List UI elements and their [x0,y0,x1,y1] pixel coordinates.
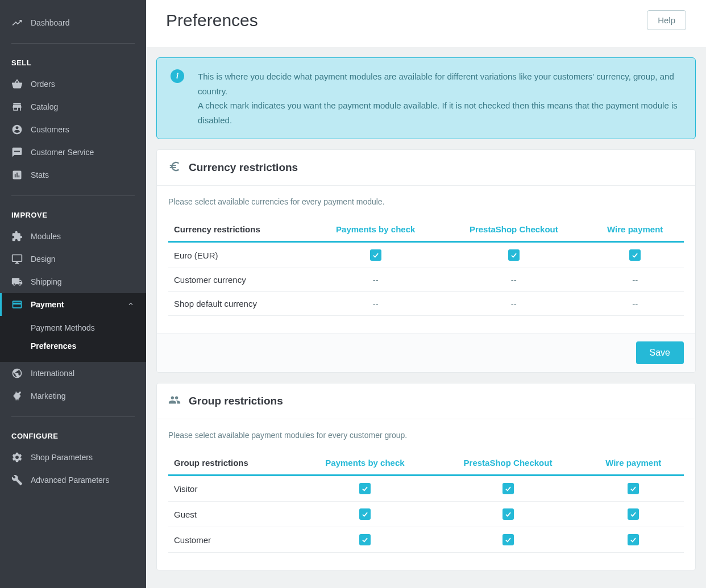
dash-indicator: -- [632,299,638,308]
sidebar-item-customers[interactable]: Customers [0,118,146,141]
help-button[interactable]: Help [647,10,686,30]
sidebar-item-shipping[interactable]: Shipping [0,270,146,293]
sidebar-item-shop-parameters[interactable]: Shop Parameters [0,446,146,469]
row-label: Euro (EUR) [168,242,310,268]
table-row: Customer [168,527,684,553]
table-row: Euro (EUR) [168,242,684,268]
row-cell [586,242,684,268]
sidebar-item-label: Customers [31,125,69,134]
sidebar-item-dashboard[interactable]: Dashboard [0,11,146,34]
group-restrictions-panel: Group restrictions Please select availab… [156,383,696,570]
table-header-col: Wire payment [586,218,684,242]
checkbox-checked[interactable] [370,249,381,261]
row-cell [310,242,441,268]
checkbox-checked[interactable] [629,249,641,261]
sidebar-item-label: Modules [31,232,61,241]
checkbox-checked[interactable] [359,483,371,494]
row-cell: -- [441,292,586,316]
group-restrictions-table: Group restrictions Payments by check Pre… [168,451,684,553]
sidebar-item-label: Payment [31,300,64,309]
info-icon: i [171,69,184,83]
sidebar-item-stats[interactable]: Stats [0,164,146,186]
row-cell [441,242,586,268]
row-label: Customer [168,527,297,553]
sidebar-sub-preferences[interactable]: Preferences [0,337,146,355]
row-cell [297,476,433,502]
sidebar-item-modules[interactable]: Modules [0,225,146,248]
dash-indicator: -- [373,299,379,308]
sidebar-submenu-payment: Payment Methods Preferences [0,316,146,362]
sidebar-item-label: Customer Service [31,148,94,157]
sidebar-item-catalog[interactable]: Catalog [0,95,146,118]
row-cell [433,476,583,502]
checkbox-checked[interactable] [502,483,514,494]
sidebar-item-design[interactable]: Design [0,248,146,270]
table-header-col: Payments by check [297,451,433,476]
store-icon [11,101,23,112]
monitor-icon [11,253,23,265]
row-cell [583,476,684,502]
checkbox-checked[interactable] [508,249,520,261]
chevron-up-icon [127,300,135,310]
euro-icon [168,160,181,175]
info-text: This is where you decide what payment mo… [198,69,682,127]
sidebar-item-label: Shipping [31,277,62,286]
sidebar-item-international[interactable]: International [0,362,146,385]
panel-description: Please select available payment modules … [168,431,684,440]
currency-restrictions-panel: Currency restrictions Please select avai… [156,149,696,373]
save-button[interactable]: Save [636,341,684,364]
dash-indicator: -- [511,275,517,285]
row-cell [433,502,583,527]
checkbox-checked[interactable] [628,483,639,494]
sidebar-item-advanced-parameters[interactable]: Advanced Parameters [0,469,146,491]
table-header-main: Group restrictions [168,451,297,476]
row-cell [583,527,684,553]
sidebar-item-marketing[interactable]: Marketing [0,385,146,407]
checkbox-checked[interactable] [359,534,371,545]
table-header-main: Currency restrictions [168,218,310,242]
sidebar-section-configure: CONFIGURE [0,426,146,446]
panel-title: Currency restrictions [189,161,298,174]
user-icon [11,124,23,135]
sidebar-section-sell: SELL [0,53,146,73]
checkbox-checked[interactable] [628,508,639,520]
dash-indicator: -- [511,299,517,308]
row-cell [433,527,583,553]
row-label: Visitor [168,476,297,502]
page-title: Preferences [166,11,258,30]
sidebar-item-label: Shop Parameters [31,453,93,462]
checkbox-checked[interactable] [502,508,514,520]
tune-icon [11,474,23,486]
dash-indicator: -- [632,275,638,285]
group-icon [168,394,181,408]
sidebar-item-label: Marketing [31,391,65,401]
stats-icon [11,169,23,181]
row-cell: -- [310,292,441,316]
table-header-col: PrestaShop Checkout [441,218,586,242]
sidebar-item-label: Advanced Parameters [31,476,110,485]
table-row: Shop default currency------ [168,292,684,316]
info-line-2: A check mark indicates you want the paym… [198,98,682,127]
row-cell [297,502,433,527]
sidebar-sub-payment-methods[interactable]: Payment Methods [0,319,146,337]
sidebar-item-customer-service[interactable]: Customer Service [0,141,146,164]
panel-title: Group restrictions [189,395,283,407]
panel-footer: Save [157,333,695,372]
info-alert: i This is where you decide what payment … [156,57,696,139]
checkbox-checked[interactable] [502,534,514,545]
table-header-col: Wire payment [583,451,684,476]
sidebar-item-label: Dashboard [31,18,70,27]
sidebar-item-orders[interactable]: Orders [0,73,146,95]
checkbox-checked[interactable] [359,508,371,520]
sidebar-section-improve: IMPROVE [0,205,146,225]
row-cell: -- [441,268,586,292]
row-label: Shop default currency [168,292,310,316]
sidebar-item-payment[interactable]: Payment [0,293,146,316]
table-header-col: PrestaShop Checkout [433,451,583,476]
divider [11,43,135,44]
row-cell [297,527,433,553]
table-header-col: Payments by check [310,218,441,242]
dash-indicator: -- [373,275,379,285]
credit-card-icon [11,299,23,310]
checkbox-checked[interactable] [628,534,639,545]
